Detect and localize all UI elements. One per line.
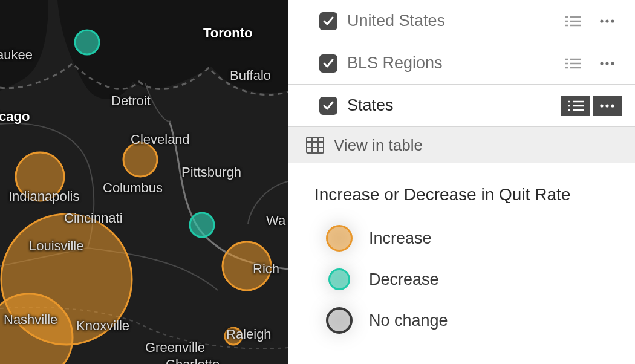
map-pane[interactable]: TorontoaukeeBuffaloDetroiticagoCleveland… — [0, 0, 288, 364]
city-label-chicago: icago — [0, 109, 30, 125]
layer-row-us[interactable]: United States — [288, 0, 635, 42]
legend-toggle-icon[interactable] — [559, 53, 588, 74]
city-label-knoxville: Knoxville — [76, 318, 129, 334]
city-label-columbus: Columbus — [103, 180, 163, 196]
view-in-table-label: View in table — [334, 136, 423, 155]
table-icon — [306, 137, 324, 154]
layer-checkbox-us[interactable] — [319, 12, 337, 30]
city-label-louisville: Louisville — [29, 238, 84, 254]
svg-point-26 — [605, 104, 608, 107]
svg-point-17 — [605, 62, 608, 65]
map-bubble-oh[interactable] — [123, 143, 157, 177]
map-bubble-wv-teal[interactable] — [190, 213, 214, 237]
legend-swatch-decrease — [328, 268, 350, 290]
city-label-richmond: Rich — [253, 261, 279, 277]
svg-point-18 — [611, 62, 614, 65]
legend-item-nochange: No change — [314, 300, 635, 341]
legend-swatch-increase — [326, 225, 353, 252]
city-label-detroit: Detroit — [111, 93, 151, 109]
legend-toggle-icon[interactable] — [561, 96, 590, 116]
layer-checkbox-states[interactable] — [319, 97, 337, 115]
more-options-icon[interactable] — [593, 53, 622, 74]
layer-label-us: United States — [347, 11, 554, 30]
svg-point-9 — [611, 19, 614, 22]
svg-rect-28 — [307, 137, 324, 153]
layer-label-states: States — [347, 96, 556, 115]
city-label-milwaukee: aukee — [0, 47, 33, 63]
map-bubble-nw-teal[interactable] — [75, 30, 99, 54]
city-label-cleveland: Cleveland — [131, 132, 190, 148]
side-panel: United StatesBLS RegionsStates View in t… — [288, 0, 635, 364]
city-label-greenville: Greenville — [145, 340, 205, 356]
legend-label-increase: Increase — [369, 229, 432, 248]
app-root: TorontoaukeeBuffaloDetroiticagoCleveland… — [0, 0, 635, 364]
city-label-pittsburgh: Pittsburgh — [181, 164, 241, 180]
legend-label-nochange: No change — [369, 311, 448, 330]
city-label-washington: Wa — [266, 213, 285, 229]
city-label-nashville: Nashville — [4, 312, 57, 328]
more-options-icon[interactable] — [593, 11, 622, 31]
legend-item-decrease: Decrease — [314, 259, 635, 300]
svg-point-7 — [600, 19, 603, 22]
city-label-buffalo: Buffalo — [230, 68, 271, 83]
city-label-raleigh: Raleigh — [226, 327, 272, 342]
legend-item-increase: Increase — [314, 218, 635, 259]
city-label-charlotte: Charlotte — [166, 357, 220, 364]
legend-title: Increase or Decrease in Quit Rate — [314, 185, 635, 204]
view-in-table-button[interactable]: View in table — [288, 127, 635, 163]
layer-row-regions[interactable]: BLS Regions — [288, 42, 635, 85]
layer-checkbox-regions[interactable] — [319, 54, 337, 73]
legend-toggle-icon[interactable] — [559, 11, 588, 31]
city-label-indianapolis: Indianapolis — [8, 189, 79, 204]
svg-point-27 — [611, 104, 614, 107]
svg-point-16 — [600, 62, 603, 65]
legend-label-decrease: Decrease — [369, 270, 439, 289]
city-label-toronto: Toronto — [203, 25, 252, 41]
more-options-icon[interactable] — [593, 96, 622, 116]
legend-swatch-nochange — [326, 307, 353, 334]
legend: Increase or Decrease in Quit Rate Increa… — [288, 163, 635, 341]
svg-point-8 — [605, 19, 608, 22]
layer-row-states[interactable]: States — [288, 85, 635, 127]
layer-label-regions: BLS Regions — [347, 54, 554, 73]
svg-point-25 — [600, 104, 603, 107]
city-label-cincinnati: Cincinnati — [64, 210, 123, 226]
